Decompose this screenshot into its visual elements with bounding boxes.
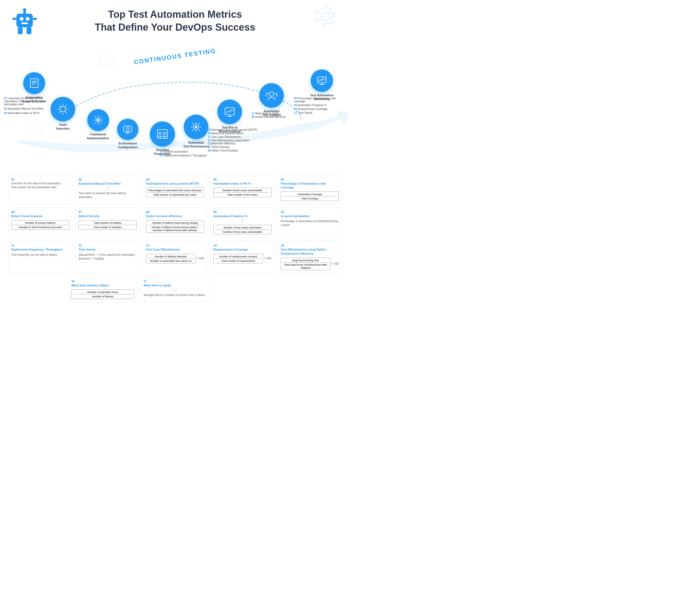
svg-point-26 [159,132,161,134]
bullet-10: 10 In-sprint automation [160,150,206,153]
flow-area: CONTINUOUS TESTING AutomationScope Defin… [0,36,350,173]
bullet-08b: 08 Defect removal efficiency [252,116,292,119]
bullet-07: 07 Defect Density [208,146,262,149]
svg-rect-21 [124,126,132,131]
svg-rect-14 [30,79,38,88]
metric-14-formula: Number of requirements covered Total num… [213,254,263,264]
bullet-11: 11 Deployment frequency: Throughput [160,154,206,157]
metric-13-formula: Number of defects detected Number of aut… [146,254,196,264]
auto-support-bullets: 17 Mean time to repair 08 Defect removal… [252,112,292,119]
metric-09: 09 Automation Progress % ╱╱ Number of te… [210,207,274,238]
svg-rect-33 [225,108,234,115]
svg-point-36 [269,92,274,96]
test-data-bullets: 10 In-sprint automation 11 Deployment fr… [160,150,206,158]
rbullet-12: 12 Time Saved [294,111,346,114]
gear-deco-3 [27,119,47,138]
bullet-04: 04 Automation Index or PA % [4,111,48,115]
rbullet-05: 05 Percentage of Automation code coverag… [294,97,346,103]
page-wrapper: Top Test Automation Metrics That Define … [0,0,350,307]
bullet-02: 02 Equivalent Manual Test Effort [4,107,48,110]
node-monitoring: Test AutomationMonitoring [310,70,334,101]
rbullet-14: 14 Requirements Coverage [294,107,346,110]
left-panel-bullets: 01 Lead time for the start of test autom… [4,97,48,116]
node-framework-label: FrameworkImplementation [87,132,109,140]
node-tools-selection: ToolsSelection [51,97,75,131]
svg-point-24 [126,127,129,130]
metric-15: 15 Test Effectiveness using Defect Conta… [278,241,342,273]
metric-05: 05 Percentage of Automation code coverag… [278,175,342,204]
metric-17: 17 Mean time to repair ╱╱ Average time f… [140,276,209,302]
bullet-03: 03 Automated test cases passed (ATCP) [208,128,262,131]
node-tools-selection-label: ToolsSelection [51,123,75,131]
node-framework: FrameworkImplementation [87,109,109,140]
svg-point-13 [34,125,40,131]
metric-16: 16 Mean time between failure Number of o… [68,276,137,302]
metric-01: 01 Lead time for the start of test autom… [8,175,72,204]
metric-16-formula: Number of operation hours Number of fail… [71,289,134,299]
test-run-bullets: 03 Automated test cases passed (ATCP) 16… [208,128,262,153]
metric-04-formula: Number of test cases automatable Total n… [213,188,271,197]
svg-point-38 [322,77,326,80]
metrics-row-2: 06 Defect Trend Analysis Number of Known… [8,207,342,238]
metric-13: 13 Test Case Effectiveness Number of def… [143,241,207,273]
bullet-13: 13 Test Case Effectiveness [208,135,262,139]
node-auto-dev: AutomatedTest Development [183,115,209,149]
svg-rect-25 [157,130,167,139]
metric-15-formula: Bugs found during Test Total bugs found … [281,258,331,270]
metric-03-formula: Percentage of Automated Test cases that … [146,188,204,197]
metrics-row-3: 11 Deployment frequency: Throughput How … [8,241,342,273]
metric-02: 02 Equivalent Manual Test Effort ╱╱ Time… [75,175,139,204]
metric-06-formula: Number of Known Defects Number of Test P… [11,220,69,230]
node-env-config: EnvironmentConfiguration [117,119,138,149]
metric-09-formula: Number of test cases automated Number of… [213,225,271,234]
svg-point-20 [97,119,99,121]
bullet-16: 16 Mean time between failure [208,132,262,135]
metrics-row-1: 01 Lead time for the start of test autom… [8,175,342,204]
metrics-section: 01 Lead time for the start of test autom… [0,173,350,308]
metric-11: 11 Deployment frequency: Throughput How … [8,241,72,273]
bullet-01: 01 Lead time for the start of test autom… [4,97,48,106]
metric-12: 12 Time Saved Manual Effort — (Time requ… [75,241,139,273]
metric-04: 04 Automation Index or PA % Number of te… [210,175,274,204]
metrics-row-4: 16 Mean time between failure Number of o… [68,276,282,302]
page-title: Top Test Automation Metrics That Define … [5,8,344,34]
bullet-15: 15 Test Effectiveness using Defect Conta… [208,139,262,145]
metric-08: 08 Defect removal efficiency Number of d… [143,207,207,238]
metric-07-formula: Total number of Defects Total number of … [78,220,136,230]
metric-08-formula: Number of defects found during Testing N… [146,220,204,233]
node-auto-dev-label: AutomatedTest Development [183,141,209,149]
metric-03: 03 Automated test cases passed (ATCP) Pe… [143,175,207,204]
gear-deco-1 [96,50,118,72]
svg-point-27 [163,132,166,134]
right-panel-bullets: 05 Percentage of Automation code coverag… [294,97,346,115]
svg-point-18 [60,106,66,112]
metric-07: 07 Defect Density Total number of Defect… [75,207,139,238]
metric-14: 14 Requirements Coverage Number of requi… [210,241,274,273]
bullet-08: 08 Defect Trend Analysis [208,149,262,152]
header: Top Test Automation Metrics That Define … [0,0,350,36]
node-env-config-label: EnvironmentConfiguration [117,142,138,149]
svg-point-11 [103,58,110,65]
metric-10: 10 In-sprint automation Percentage of au… [278,207,342,238]
metric-06: 06 Defect Trend Analysis Number of Known… [8,207,72,238]
bullet-17: 17 Mean time to repair [252,112,292,115]
metric-05-formula: Automation coverage Total coverage [281,192,339,201]
svg-point-32 [195,126,197,128]
rbullet-09: 09 Automation Progress % [294,104,346,107]
